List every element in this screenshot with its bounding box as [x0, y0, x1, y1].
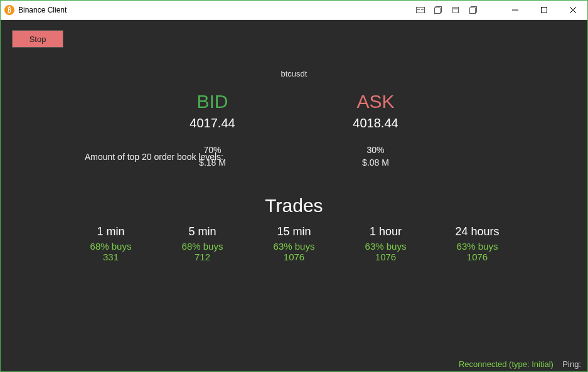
trades-title: Trades — [1, 195, 587, 216]
trade-buys: 68% buys — [172, 241, 233, 252]
titlebar-aux-button-1[interactable] — [412, 4, 429, 16]
stop-button[interactable]: Stop — [12, 30, 63, 48]
trade-period: 5 min — [172, 225, 233, 238]
svg-rect-2 — [421, 9, 424, 10]
svg-rect-4 — [435, 8, 441, 14]
trade-count: 1076 — [447, 252, 508, 262]
titlebar-left: ₿ Binance Client — [4, 5, 67, 15]
trade-col-15min: 15 min 63% buys 1076 — [264, 225, 325, 262]
trade-period: 1 min — [80, 225, 142, 238]
minimize-button[interactable] — [501, 1, 530, 19]
window-title: Binance Client — [18, 6, 67, 14]
trade-count: 712 — [172, 252, 233, 262]
trade-count: 1076 — [355, 252, 417, 262]
trade-period: 1 hour — [355, 225, 417, 238]
quote-row: BID 4017.44 ASK 4018.44 — [1, 91, 587, 130]
svg-rect-5 — [453, 8, 459, 13]
bid-column: BID 4017.44 — [175, 91, 250, 130]
orderbook-row: Amount of top 20 order book levels: 70% … — [1, 144, 587, 169]
trade-count: 1076 — [264, 252, 325, 262]
symbol-label: btcusdt — [1, 20, 587, 78]
status-ping-label: Ping: — [562, 359, 581, 369]
trade-col-5min: 5 min 68% buys 712 — [172, 225, 233, 262]
trade-buys: 68% buys — [80, 241, 142, 252]
orderbook-ask-amount: $.08 M — [338, 157, 414, 169]
bid-price: 4017.44 — [175, 116, 250, 130]
trade-period: 15 min — [264, 225, 325, 238]
svg-rect-1 — [417, 9, 420, 10]
close-button[interactable] — [559, 1, 587, 19]
titlebar-aux-button-2[interactable] — [429, 4, 447, 16]
app-window: ₿ Binance Client — [0, 0, 588, 372]
svg-rect-8 — [470, 8, 476, 14]
trade-col-24hours: 24 hours 63% buys 1076 — [447, 225, 508, 262]
titlebar: ₿ Binance Client — [1, 1, 587, 20]
trade-buys: 63% buys — [264, 241, 325, 252]
ask-price: 4018.44 — [338, 116, 414, 130]
orderbook-label: Amount of top 20 order book levels: — [35, 152, 226, 162]
bid-label: BID — [175, 91, 250, 112]
status-reconnected: Reconnected (type: Initial) — [459, 359, 553, 369]
statusbar: Reconnected (type: Initial) Ping: — [459, 359, 581, 369]
ask-label: ASK — [338, 91, 414, 112]
svg-rect-10 — [542, 8, 547, 13]
trade-count: 331 — [80, 252, 142, 262]
titlebar-aux-button-3[interactable] — [447, 4, 464, 16]
bitcoin-icon: ₿ — [4, 5, 14, 15]
client-area: Stop btcusdt BID 4017.44 ASK 4018.44 Amo… — [1, 20, 587, 371]
trade-col-1hour: 1 hour 63% buys 1076 — [355, 225, 417, 262]
orderbook-ask: 30% $.08 M — [338, 144, 414, 169]
trade-buys: 63% buys — [355, 241, 417, 252]
trade-period: 24 hours — [447, 225, 508, 238]
titlebar-right — [412, 1, 587, 19]
ask-column: ASK 4018.44 — [338, 91, 414, 130]
titlebar-aux-button-4[interactable] — [464, 4, 482, 16]
trades-row: 1 min 68% buys 331 5 min 68% buys 712 15… — [1, 225, 587, 262]
orderbook-ask-percent: 30% — [338, 144, 414, 157]
trade-buys: 63% buys — [447, 241, 508, 252]
trade-col-1min: 1 min 68% buys 331 — [80, 225, 142, 262]
maximize-button[interactable] — [530, 1, 559, 19]
